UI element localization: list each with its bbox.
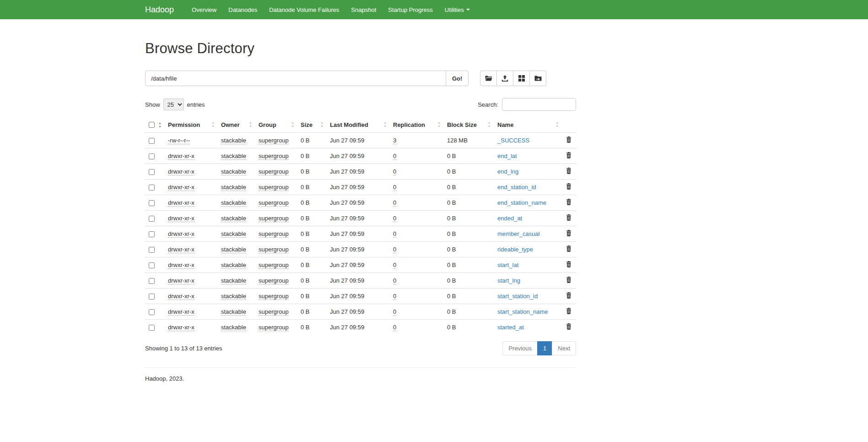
row-checkbox[interactable] [149,262,155,268]
column-header-size[interactable]: Size▲▼ [297,117,326,132]
file-permission[interactable]: drwxr-xr-x [168,215,194,222]
delete-file-button[interactable] [565,199,572,205]
sort-icon[interactable]: ▲▼ [555,121,559,128]
go-button[interactable]: Go! [446,71,469,86]
delete-file-button[interactable] [565,308,572,314]
delete-file-button[interactable] [565,183,572,190]
file-replication[interactable]: 0 [393,293,396,300]
column-header-replication[interactable]: Replication▲▼ [389,117,443,132]
delete-file-button[interactable] [565,214,572,221]
file-replication[interactable]: 0 [393,246,396,253]
file-replication[interactable]: 0 [393,199,396,207]
file-name-link[interactable]: end_lat [497,153,517,159]
file-permission[interactable]: drwxr-xr-x [168,184,194,191]
file-owner[interactable]: stackable [221,168,246,175]
file-group[interactable]: supergroup [259,230,289,238]
file-replication[interactable]: 0 [393,277,396,284]
cut-paste-button[interactable] [529,71,546,86]
column-header-permission[interactable]: Permission▲▼ [164,117,217,132]
file-replication[interactable]: 0 [393,168,396,175]
file-replication[interactable]: 0 [393,215,396,222]
nav-item-snapshot[interactable]: Snapshot [345,0,382,19]
row-checkbox[interactable] [149,278,155,284]
create-directory-button[interactable] [480,71,497,86]
file-permission[interactable]: drwxr-xr-x [168,262,194,269]
upload-files-button[interactable] [496,71,513,86]
file-owner[interactable]: stackable [221,277,246,284]
column-header-name[interactable]: Name▲▼ [494,117,561,132]
sort-icon[interactable]: ▲▼ [291,121,294,128]
file-replication[interactable]: 0 [393,262,396,269]
row-checkbox[interactable] [149,169,155,175]
file-group[interactable]: supergroup [259,168,289,175]
file-group[interactable]: supergroup [259,293,289,300]
pagination-previous[interactable]: Previous [502,341,538,355]
file-name-link[interactable]: member_casual [497,230,540,237]
file-owner[interactable]: stackable [221,246,246,253]
file-name-link[interactable]: started_at [497,324,524,331]
file-group[interactable]: supergroup [259,215,289,222]
column-header-block-size[interactable]: Block Size▲▼ [443,117,494,132]
pagination-page-1[interactable]: 1 [537,341,552,355]
column-header-last-modified[interactable]: Last Modified▲▼ [326,117,389,132]
delete-file-button[interactable] [565,261,572,267]
file-group[interactable]: supergroup [259,324,289,331]
row-checkbox[interactable] [149,294,155,300]
file-owner[interactable]: stackable [221,215,246,222]
row-checkbox[interactable] [149,216,155,222]
delete-file-button[interactable] [565,277,572,283]
file-replication[interactable]: 0 [393,184,396,191]
sort-icon[interactable]: ▲▼ [249,121,252,128]
row-checkbox[interactable] [149,325,155,331]
sort-icon[interactable]: ▲▼ [158,121,162,129]
nav-item-datanode-volume-failures[interactable]: Datanode Volume Failures [263,0,345,19]
brand-link[interactable]: Hadoop [145,5,174,15]
page-size-select[interactable]: 25 [163,98,184,110]
sort-icon[interactable]: ▲▼ [488,121,491,128]
row-checkbox[interactable] [149,153,155,159]
nav-item-utilities[interactable]: Utilities [439,0,476,19]
file-owner[interactable]: stackable [221,137,246,144]
file-replication[interactable]: 3 [393,137,396,144]
delete-file-button[interactable] [565,136,572,143]
row-checkbox[interactable] [149,185,155,191]
sort-icon[interactable]: ▲▼ [383,121,387,128]
file-name-link[interactable]: start_lat [497,262,518,268]
delete-file-button[interactable] [565,168,572,174]
row-checkbox[interactable] [149,231,155,237]
file-group[interactable]: supergroup [259,262,289,269]
row-checkbox[interactable] [149,138,155,144]
file-replication[interactable]: 0 [393,230,396,238]
file-owner[interactable]: stackable [221,199,246,207]
column-header-owner[interactable]: Owner▲▼ [217,117,255,132]
pagination-next[interactable]: Next [552,341,576,355]
delete-file-button[interactable] [565,323,572,330]
file-permission[interactable]: drwxr-xr-x [168,246,194,253]
delete-file-button[interactable] [565,152,572,158]
nav-item-overview[interactable]: Overview [186,0,222,19]
file-name-link[interactable]: start_lng [497,277,520,284]
file-replication[interactable]: 0 [393,153,396,160]
file-permission[interactable]: drwxr-xr-x [168,277,194,284]
file-owner[interactable]: stackable [221,293,246,300]
file-permission[interactable]: drwxr-xr-x [168,293,194,300]
file-name-link[interactable]: end_station_id [497,184,536,191]
file-group[interactable]: supergroup [259,308,289,316]
file-name-link[interactable]: end_station_name [497,199,546,206]
nav-item-datanodes[interactable]: Datanodes [222,0,263,19]
file-group[interactable]: supergroup [259,246,289,253]
search-input[interactable] [502,98,576,111]
set-quota-button[interactable] [513,71,530,86]
file-owner[interactable]: stackable [221,324,246,331]
file-permission[interactable]: drwxr-xr-x [168,199,194,207]
file-group[interactable]: supergroup [259,199,289,207]
file-name-link[interactable]: _SUCCESS [497,137,529,144]
file-owner[interactable]: stackable [221,230,246,238]
sort-icon[interactable]: ▲▼ [437,121,441,128]
file-name-link[interactable]: ended_at [497,215,522,222]
file-name-link[interactable]: start_station_id [497,293,538,300]
row-checkbox[interactable] [149,309,155,315]
file-replication[interactable]: 0 [393,324,396,331]
file-owner[interactable]: stackable [221,262,246,269]
file-name-link[interactable]: start_station_name [497,308,548,315]
